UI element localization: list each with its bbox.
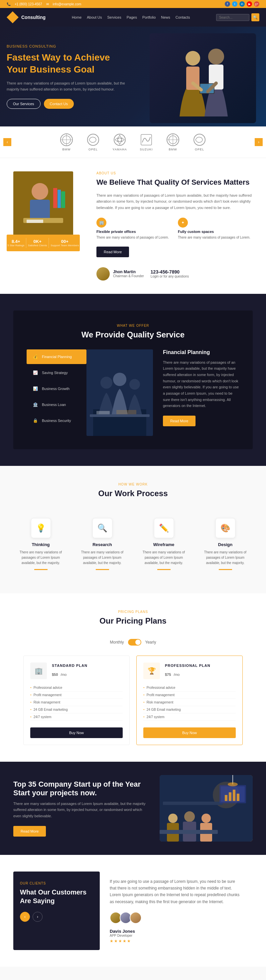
testimonials-left: Our Clients What Our Customers Are Sayin… (13, 872, 100, 950)
youtube-icon[interactable]: ▶ (247, 1, 252, 6)
cta-description: There are many variations of passages of… (13, 801, 150, 819)
logo[interactable]: Consulting (7, 11, 46, 23)
financial-planning-icon: 💰 (32, 353, 39, 360)
services-section: What We Offer We Provide Quality Service… (0, 294, 266, 466)
contact-us-button[interactable]: Contact Us (44, 99, 74, 109)
feature-spaces-title: Fully custom spaces (178, 230, 253, 234)
services-tag: What We Offer (27, 324, 239, 328)
avatar-3 (130, 912, 142, 924)
linkedin-icon[interactable]: in (239, 1, 245, 6)
toggle-monthly: Monthly (110, 640, 124, 644)
logo-text: Consulting (21, 14, 46, 20)
feature-professional-1: Professional advice (143, 684, 236, 692)
service-menu-saving-strategy[interactable]: 📈 Saving Strategy (27, 365, 87, 380)
svg-point-1 (185, 51, 200, 65)
suzuki-logo (136, 133, 156, 146)
nav-news[interactable]: News (161, 15, 170, 19)
brand-name-bmw-2: BMW (163, 148, 183, 151)
feature-professional-4: 24 GB Email marketing (143, 706, 236, 713)
nav-search: 🔍 (216, 13, 259, 21)
testimonial-prev-button[interactable]: ‹ (20, 912, 30, 922)
testimonial-next-button[interactable]: › (33, 912, 43, 922)
brand-bmw-1: BMW (57, 133, 76, 151)
svg-rect-35 (90, 414, 150, 417)
pricing-tag: Pricing Plans (13, 610, 253, 614)
testimonials-tag: Our Clients (20, 881, 93, 885)
star-2: ★ (114, 939, 118, 943)
about-features: 🏢 Flexible private offices There are man… (97, 218, 253, 240)
stat-ratings: 8.4+ 5 Star Ratings (7, 239, 24, 247)
wireframe-desc: There are many variations of passages of… (140, 550, 188, 566)
service-read-more-button[interactable]: Read More (163, 416, 195, 426)
top-bar-left: 📞 +1 (800) 123-4567 ✉ info@example.com (7, 2, 81, 6)
nav-contacts[interactable]: Contacts (176, 15, 190, 19)
pricing-card-standard: 🏢 Standard Plan $50 /mo Professional adv… (23, 655, 130, 745)
brands-next-button[interactable]: › (255, 138, 263, 146)
about-description: There are many variations of passages of… (97, 192, 253, 211)
work-process-section: How We Work Our Work Process 💡 Thinking … (0, 466, 266, 593)
testimonial-description: If you are going to use a passage of Lor… (110, 878, 243, 905)
twitter-icon[interactable]: t (232, 1, 238, 6)
buy-standard-button[interactable]: Buy Now (30, 727, 123, 738)
design-line (219, 569, 232, 570)
logo-icon (7, 11, 19, 23)
stat-divider-2 (49, 238, 49, 248)
spaces-icon: ✦ (178, 218, 188, 228)
hero-subtitle: Business Consulting (7, 44, 133, 48)
nav-home[interactable]: Home (72, 15, 81, 19)
nav-pages[interactable]: Pages (127, 15, 137, 19)
stat-label-team: Support Team Members (51, 244, 79, 247)
brand-opel-1: OPEL (83, 133, 103, 151)
bmw-logo-1 (57, 133, 76, 146)
search-button[interactable]: 🔍 (252, 13, 259, 21)
our-services-button[interactable]: Our Services (7, 99, 41, 109)
business-security-icon: 🔒 (32, 417, 39, 424)
process-step-research: 🔍 Research There are many variations of … (75, 511, 130, 577)
plan-price-professional: $75 /mo (165, 668, 211, 678)
testimonials-title: What Our Customers Are Saying (20, 888, 93, 905)
brands-prev-button[interactable]: ‹ (3, 138, 11, 146)
nav-portfolio[interactable]: Portfolio (142, 15, 156, 19)
design-title: Design (201, 542, 249, 547)
googleplus-icon[interactable]: g+ (254, 1, 259, 6)
nav-services[interactable]: Services (108, 15, 121, 19)
work-process-tag: How We Work (13, 482, 253, 486)
svg-point-34 (129, 379, 140, 390)
plan-info-professional: Professional Plan $75 /mo (165, 663, 211, 678)
star-5: ★ (127, 939, 131, 943)
business-loan-icon: 🏦 (32, 401, 39, 408)
pricing-toggle-switch[interactable] (128, 639, 141, 646)
hero-buttons: Our Services Contact Us (7, 99, 133, 109)
testimonials-layout: Our Clients What Our Customers Are Sayin… (13, 872, 253, 950)
svg-rect-43 (225, 795, 227, 801)
test-avatars (110, 912, 243, 924)
services-inner: What We Offer We Provide Quality Service… (13, 310, 253, 449)
stat-label-clients: Satisfied Clients (28, 244, 47, 247)
facebook-icon[interactable]: f (225, 1, 230, 6)
news-section: Latest News Latest News & Updates (0, 967, 266, 980)
about-tag: About Us (97, 171, 253, 175)
contact-number: 123-456-7890 (150, 269, 189, 275)
service-menu-business-loan[interactable]: 🏦 Business Loan (27, 397, 87, 412)
nav-about[interactable]: About Us (87, 15, 102, 19)
about-read-more-button[interactable]: Read More (97, 247, 129, 257)
svg-rect-28 (17, 223, 70, 226)
service-menu-business-security[interactable]: 🔒 Business Security (27, 413, 87, 428)
service-menu-financial-planning[interactable]: 💰 Financial Planning (27, 349, 87, 364)
signature-left: Jhon Martin Chairman & Founder (97, 267, 144, 280)
thinking-icon: 💡 (31, 518, 51, 538)
about-title: We Believe That Quality Of Services Matt… (97, 178, 253, 187)
stat-num-team: 00+ (51, 239, 79, 244)
contact-info: 123-456-7890 Login or for any questions (150, 269, 189, 278)
hero-title: Fastest Way to Achieve Your Business Goa… (7, 52, 133, 76)
wireframe-icon: ✏️ (154, 518, 174, 538)
star-1: ★ (110, 939, 113, 943)
search-input[interactable] (216, 14, 249, 21)
service-menu-business-growth[interactable]: 📊 Business Growth (27, 381, 87, 396)
buy-professional-button[interactable]: Buy Now (143, 727, 236, 738)
cta-read-more-button[interactable]: Read More (13, 826, 46, 837)
plan-header-professional: 🏆 Professional Plan $75 /mo (143, 663, 236, 679)
feature-standard-5: 24/7 system (30, 713, 123, 721)
plan-features-standard: Professional advice Profit management Ri… (30, 684, 123, 721)
navbar: Consulting Home About Us Services Pages … (0, 8, 266, 27)
